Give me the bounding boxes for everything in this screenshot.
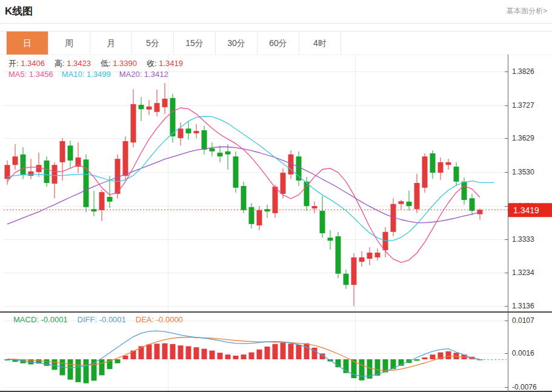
legend-item: 低: 1.3390 — [101, 59, 137, 68]
candle-body — [68, 145, 73, 161]
legend-item: DIFF: -0.0001 — [78, 315, 126, 324]
macd-bar — [170, 344, 176, 359]
candle-body — [344, 274, 349, 285]
macd-bar — [281, 342, 286, 359]
candle-body — [99, 192, 105, 210]
candle-body — [147, 107, 152, 110]
macd-bar — [44, 359, 50, 366]
kline-chart: 1.38261.37271.36291.35301.34311.33331.32… — [0, 55, 552, 392]
candle-body — [131, 104, 136, 142]
candle-body — [422, 156, 428, 188]
macd-bar — [430, 354, 436, 359]
candle-body — [257, 210, 262, 225]
period-tabbar: 日周月5分15分30分60分4时 — [6, 32, 341, 55]
candle-body — [470, 198, 475, 211]
macd-bar — [115, 359, 121, 364]
candle-body — [210, 148, 215, 151]
candle-body — [91, 209, 97, 211]
candle-body — [477, 210, 483, 214]
macd-bar — [84, 359, 89, 384]
tab-月[interactable]: 月 — [90, 32, 132, 55]
candle-body — [107, 197, 113, 202]
candle-body — [265, 209, 270, 211]
legend-item: 收: 1.3419 — [147, 59, 183, 68]
candle-body — [312, 206, 318, 208]
macd-bar — [312, 348, 318, 359]
candle-body — [170, 98, 176, 136]
tab-60分[interactable]: 60分 — [258, 32, 299, 55]
price-axis-label: 1.3629 — [512, 134, 534, 142]
macd-bar — [225, 354, 231, 359]
candle-body — [194, 131, 199, 133]
candle-body — [454, 167, 459, 182]
ma-readout: MA5: 1.3456MA10: 1.3499MA20: 1.3412 — [8, 70, 177, 79]
legend-item: MA5: 1.3456 — [8, 70, 53, 79]
macd-bar — [76, 359, 81, 382]
macd-bar — [249, 353, 254, 359]
macd-bar — [446, 351, 451, 359]
macd-axis-label: -0.0076 — [512, 383, 537, 391]
candle-body — [139, 105, 144, 109]
candle-body — [367, 253, 373, 259]
price-axis-label: 1.3530 — [512, 168, 534, 176]
panel-separator — [0, 311, 552, 313]
candle-body — [296, 156, 302, 181]
legend-item: MACD: -0.0001 — [13, 315, 68, 324]
macd-bar — [210, 351, 215, 359]
price-axis-label: 1.3333 — [512, 235, 534, 244]
candle-body — [178, 128, 184, 138]
tab-30分[interactable]: 30分 — [216, 32, 258, 55]
candle-body — [359, 257, 365, 262]
price-axis-label: 1.3826 — [512, 67, 534, 76]
candle-body — [430, 153, 436, 173]
macd-bar — [359, 359, 365, 380]
candle-body — [320, 211, 325, 233]
macd-bar — [155, 344, 160, 359]
candle-body — [202, 130, 207, 150]
tab-周[interactable]: 周 — [48, 32, 90, 55]
ma10-line — [7, 116, 480, 241]
price-axis-label: 1.3234 — [512, 268, 534, 277]
candle-body — [44, 161, 50, 183]
ohlc-readout: 开: 1.3406高: 1.3423低: 1.3390收: 1.3419 — [8, 58, 193, 69]
candle-body — [304, 182, 310, 206]
candle-body — [218, 153, 223, 156]
macd-bar — [422, 357, 428, 359]
header-divider — [0, 23, 552, 24]
candle-body — [52, 165, 58, 184]
legend-item: MA10: 1.3499 — [62, 70, 111, 79]
candle-body — [438, 162, 444, 173]
macd-bar — [273, 344, 278, 359]
macd-bar — [186, 346, 191, 359]
macd-axis-label: 0.0016 — [512, 349, 534, 357]
candle-body — [13, 156, 18, 165]
candle-body — [351, 257, 357, 285]
candle-body — [21, 154, 26, 174]
tab-15分[interactable]: 15分 — [174, 32, 216, 55]
legend-item: 高: 1.3423 — [55, 59, 91, 68]
candle-body — [399, 201, 404, 204]
candle-body — [84, 159, 89, 207]
candle-body — [446, 162, 451, 165]
candle-body — [28, 171, 34, 176]
fundamental-analysis-link[interactable]: 基本面分析> — [507, 6, 547, 16]
price-axis-label: 1.3727 — [512, 101, 534, 110]
macd-bar — [99, 359, 105, 375]
page-title: K线图 — [5, 4, 33, 18]
tab-日[interactable]: 日 — [7, 32, 48, 55]
candle-body — [414, 183, 420, 209]
tab-5分[interactable]: 5分 — [132, 32, 174, 55]
macd-bar — [147, 344, 152, 359]
legend-item: DEA: -0.0000 — [136, 315, 183, 324]
macd-bar — [178, 345, 184, 359]
macd-bar — [68, 359, 73, 380]
legend-item: MA20: 1.3412 — [119, 70, 168, 79]
macd-bar — [162, 344, 168, 359]
macd-readout: MACD: -0.0001DIFF: -0.0001DEA: -0.0000 — [13, 315, 193, 324]
macd-bar — [241, 354, 247, 359]
price-axis-label: 1.3136 — [512, 302, 534, 310]
macd-bar — [194, 347, 199, 359]
tab-4时[interactable]: 4时 — [299, 32, 341, 55]
candle-body — [36, 165, 42, 172]
macd-bar — [304, 344, 310, 359]
